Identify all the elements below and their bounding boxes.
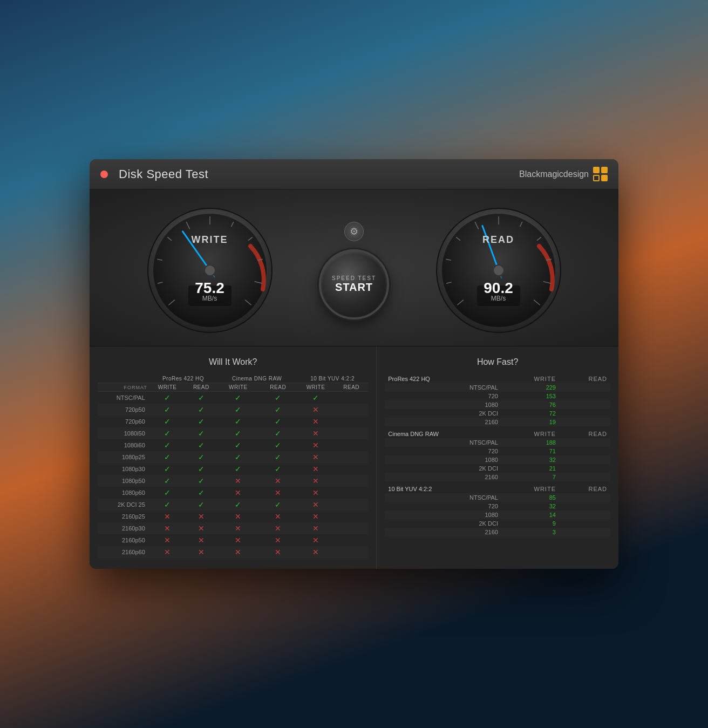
- hf-write-val: 71: [501, 447, 559, 455]
- table-row: 2160p60 ✕ ✕ ✕ ✕ ✕: [98, 546, 368, 558]
- dng-read-cell: ✓: [260, 499, 297, 511]
- hf-data-row: 2160 3: [385, 528, 610, 536]
- hf-data-row: 2160 7: [385, 473, 610, 481]
- prores-read-cell: ✓: [185, 427, 217, 439]
- dng-read-header: READ: [260, 383, 297, 392]
- dng-write-cell: ✕: [217, 546, 259, 558]
- center-controls: ⚙ SPEED TEST START: [308, 222, 400, 319]
- table-row: 2K DCI 25 ✓ ✓ ✓ ✓ ✕: [98, 499, 368, 511]
- hf-write-col: WRITE: [501, 481, 559, 493]
- prores-write-cell: ✓: [149, 487, 186, 499]
- hf-row-label: 2K DCI: [385, 519, 501, 528]
- write-gauge: WRITE 75.2 MB/s: [145, 206, 275, 335]
- table-row: 720p60 ✓ ✓ ✓ ✓ ✕: [98, 416, 368, 427]
- prores-write-cell: ✓: [149, 463, 186, 475]
- svg-point-32: [493, 265, 504, 276]
- hf-read-val: [559, 528, 610, 536]
- title-bar: Disk Speed Test Blackmagicdesign: [90, 159, 618, 189]
- hf-write-val: 72: [501, 409, 559, 418]
- dng-write-cell: ✕: [217, 522, 259, 534]
- hf-read-val: [559, 383, 610, 392]
- yuv-read-cell: [335, 499, 368, 511]
- start-button-main: START: [335, 281, 373, 294]
- dng-write-cell: ✕: [217, 475, 259, 487]
- hf-write-val: 76: [501, 400, 559, 409]
- hf-read-val: [559, 409, 610, 418]
- brand-sq-1: [593, 167, 600, 173]
- hf-row-label: 720: [385, 392, 501, 400]
- will-it-work-title: Will It Work?: [98, 357, 368, 367]
- settings-button[interactable]: ⚙: [344, 222, 364, 241]
- table-row: 720p50 ✓ ✓ ✓ ✓ ✕: [98, 404, 368, 416]
- dng-write-cell: ✕: [217, 487, 259, 499]
- prores-write-cell: ✕: [149, 534, 186, 546]
- will-it-work-table: ProRes 422 HQ Cinema DNG RAW 10 Bit YUV …: [98, 375, 368, 558]
- write-gauge-svg: [145, 206, 275, 335]
- hf-section-name: 10 Bit YUV 4:2:2: [385, 481, 501, 493]
- prores-read-cell: ✓: [185, 404, 217, 416]
- row-label: 2160p60: [98, 546, 149, 558]
- hf-data-row: 2K DCI 72: [385, 409, 610, 418]
- hf-data-row: 2K DCI 21: [385, 464, 610, 473]
- hf-section-row: ProRes 422 HQ WRITE READ: [385, 375, 610, 383]
- prores-write-cell: ✓: [149, 475, 186, 487]
- close-button[interactable]: [100, 171, 108, 178]
- yuv-write-header: WRITE: [297, 383, 335, 392]
- prores-header: ProRes 422 HQ: [149, 375, 217, 383]
- table-row: NTSC/PAL ✓ ✓ ✓ ✓ ✓: [98, 392, 368, 404]
- yuv-read-cell: [335, 487, 368, 499]
- app-window: Disk Speed Test Blackmagicdesign: [90, 159, 618, 569]
- table-row: 1080i50 ✓ ✓ ✓ ✓ ✕: [98, 427, 368, 439]
- row-label: 1080i60: [98, 439, 149, 451]
- table-row: 2160p25 ✕ ✕ ✕ ✕ ✕: [98, 511, 368, 522]
- hf-write-val: 21: [501, 464, 559, 473]
- hf-row-label: 2K DCI: [385, 464, 501, 473]
- brand-logo: [593, 167, 608, 181]
- prores-read-cell: ✓: [185, 499, 217, 511]
- yuv-write-cell: ✕: [297, 439, 335, 451]
- hf-row-label: NTSC/PAL: [385, 383, 501, 392]
- hf-data-row: 720 32: [385, 502, 610, 511]
- yuv-header: 10 Bit YUV 4:2:2: [297, 375, 368, 383]
- dng-read-cell: ✓: [260, 463, 297, 475]
- dng-write-cell: ✓: [217, 451, 259, 463]
- yuv-write-cell: ✕: [297, 511, 335, 522]
- row-label: 1080p25: [98, 451, 149, 463]
- hf-read-val: [559, 392, 610, 400]
- hf-row-label: 2160: [385, 528, 501, 536]
- dng-read-cell: ✓: [260, 404, 297, 416]
- hf-read-val: [559, 447, 610, 455]
- hf-write-val: 32: [501, 502, 559, 511]
- prores-read-cell: ✓: [185, 416, 217, 427]
- prores-read-cell: ✓: [185, 487, 217, 499]
- hf-read-val: [559, 473, 610, 481]
- hf-write-val: 9: [501, 519, 559, 528]
- dng-write-cell: ✕: [217, 534, 259, 546]
- yuv-read-cell: [335, 475, 368, 487]
- prores-write-cell: ✓: [149, 439, 186, 451]
- hf-row-label: 1080: [385, 511, 501, 519]
- hf-read-val: [559, 455, 610, 464]
- brand-sq-4: [601, 175, 608, 181]
- dng-read-cell: ✓: [260, 451, 297, 463]
- yuv-read-cell: [335, 534, 368, 546]
- hf-section-row: Cinema DNG RAW WRITE READ: [385, 426, 610, 438]
- start-button[interactable]: SPEED TEST START: [319, 249, 389, 319]
- hf-read-col: READ: [559, 481, 610, 493]
- prores-write-cell: ✓: [149, 392, 186, 404]
- yuv-read-cell: [335, 511, 368, 522]
- write-gauge-container: WRITE 75.2 MB/s: [111, 206, 308, 335]
- hf-row-label: 1080: [385, 400, 501, 409]
- brand-area: Blackmagicdesign: [519, 167, 608, 181]
- how-fast-title: How Fast?: [385, 357, 610, 367]
- hf-read-col: READ: [559, 426, 610, 438]
- data-area: Will It Work? ProRes 422 HQ Cinema DNG R…: [90, 346, 618, 569]
- hf-row-label: 2K DCI: [385, 409, 501, 418]
- dng-read-cell: ✕: [260, 475, 297, 487]
- dng-read-cell: ✓: [260, 427, 297, 439]
- how-fast-table: ProRes 422 HQ WRITE READ NTSC/PAL 229 72…: [385, 375, 610, 536]
- yuv-write-cell: ✕: [297, 427, 335, 439]
- prores-read-cell: ✕: [185, 522, 217, 534]
- hf-write-val: 153: [501, 392, 559, 400]
- app-title: Disk Speed Test: [119, 167, 208, 181]
